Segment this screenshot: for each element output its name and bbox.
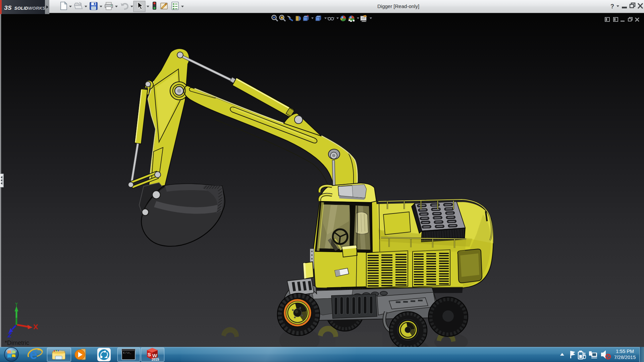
svg-text:2015: 2015 — [152, 358, 159, 361]
svg-text:C:\>_: C:\>_ — [123, 351, 131, 354]
svg-text:?: ? — [610, 3, 614, 10]
svg-text:S: S — [148, 352, 151, 357]
